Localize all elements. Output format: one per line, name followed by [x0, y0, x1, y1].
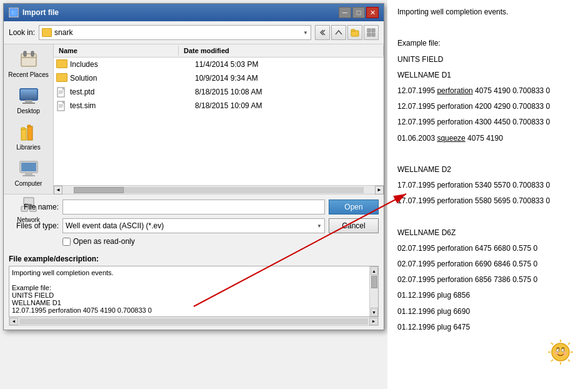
cancel-button[interactable]: Cancel — [329, 218, 379, 233]
svg-rect-15 — [22, 103, 35, 104]
svg-text:↑: ↑ — [11, 10, 14, 16]
file-date-testsim: 8/18/2015 10:09 AM — [195, 101, 381, 110]
file-row-includes[interactable]: Includes 11/4/2014 5:03 PM — [54, 58, 384, 71]
svg-line-42 — [551, 343, 553, 345]
place-recent[interactable]: Recent Places — [6, 47, 51, 82]
desc-hscrollbar[interactable]: ◄ ► — [9, 317, 379, 326]
svg-rect-9 — [24, 51, 26, 56]
svg-line-44 — [568, 343, 570, 345]
svg-rect-10 — [31, 51, 34, 56]
scroll-thumb-vert[interactable] — [371, 276, 377, 288]
hscroll-left-btn[interactable]: ◄ — [9, 318, 18, 325]
filename-row: File name: Open — [9, 200, 379, 215]
hscroll-track[interactable] — [19, 318, 368, 325]
scroll-down-btn[interactable]: ▼ — [371, 308, 378, 316]
horizontal-scrollbar[interactable]: ◄ ► — [54, 185, 384, 194]
desc-vscrollbar[interactable]: ▲ ▼ — [369, 266, 378, 316]
place-libraries[interactable]: Libraries — [6, 119, 51, 154]
svg-rect-32 — [59, 93, 62, 94]
svg-rect-35 — [59, 106, 63, 106]
filetype-label: Files of type: — [9, 221, 59, 230]
scroll-right-btn[interactable]: ► — [375, 186, 384, 194]
svg-rect-31 — [59, 92, 63, 93]
desktop-icon — [19, 86, 39, 106]
col-name-header[interactable]: Name — [54, 46, 179, 56]
ref-line11: 01.12.1996 plug 6690 — [397, 306, 578, 318]
desc-wellname: WELLNAME D1 — [12, 299, 367, 306]
close-button[interactable]: ✕ — [366, 7, 379, 18]
dialog-title: Import file — [22, 8, 59, 17]
ref-blank2 — [397, 148, 578, 160]
readonly-checkbox[interactable] — [62, 238, 71, 246]
svg-rect-34 — [59, 104, 63, 105]
folder-icon-sm — [42, 28, 52, 37]
ref-line10: 01.12.1996 plug 6856 — [397, 290, 578, 301]
toolbar-row: Look in: snark ▼ — [4, 21, 384, 44]
ref-blank3 — [397, 211, 578, 223]
places-bar: Recent Places Desktop — [4, 44, 54, 194]
desc-section-label: File example/description: — [9, 255, 379, 263]
filetype-combo[interactable]: Well event data (ASCII) (*.ev) ▼ — [62, 218, 325, 233]
svg-line-43 — [568, 360, 570, 361]
maximize-button[interactable]: □ — [352, 7, 365, 18]
look-in-dropdown-arrow: ▼ — [303, 30, 308, 36]
ref-wellname-d6z: WELLNAME D6Z — [397, 227, 578, 239]
desktop-label: Desktop — [17, 108, 40, 115]
ref-line9: 02.07.1995 perforation 6856 7386 0.575 0 — [397, 274, 578, 286]
look-in-combo[interactable]: snark ▼ — [39, 25, 311, 40]
file-date-includes: 11/4/2014 5:03 PM — [195, 60, 381, 69]
minimize-button[interactable]: ─ — [339, 7, 351, 18]
svg-point-49 — [563, 350, 564, 351]
file-name-testsim: test.sim — [70, 101, 195, 110]
new-folder-button[interactable] — [347, 25, 362, 40]
svg-rect-6 — [367, 33, 371, 36]
readonly-label[interactable]: Open as read-only — [73, 237, 135, 246]
file-row-solution[interactable]: Solution 10/9/2014 9:34 AM — [54, 71, 384, 85]
file-row-testptd[interactable]: test.ptd 8/18/2015 10:08 AM — [54, 85, 384, 99]
right-panel: Importing well completion events. Exampl… — [387, 0, 588, 389]
col-date-header[interactable]: Date modified — [179, 46, 384, 56]
ref-units: UNITS FIELD — [397, 54, 578, 66]
filetype-dropdown-arrow: ▼ — [317, 223, 322, 229]
ref-blank1 — [397, 22, 578, 34]
svg-rect-4 — [367, 29, 371, 32]
scroll-track[interactable] — [74, 187, 364, 193]
ref-wellname-d1: WELLNAME D1 — [397, 69, 578, 81]
back-button[interactable] — [315, 25, 330, 40]
ref-line7: 02.07.1995 perforation 6475 6680 0.575 0 — [397, 243, 578, 255]
filename-input[interactable] — [62, 200, 325, 215]
svg-rect-14 — [25, 100, 32, 103]
file-row-testsim[interactable]: test.sim 8/18/2015 10:09 AM — [54, 99, 384, 113]
file-list[interactable]: Includes 11/4/2014 5:03 PM Solution 10/9… — [54, 58, 384, 185]
scroll-thumb[interactable] — [74, 187, 124, 193]
open-button[interactable]: Open — [329, 200, 379, 215]
place-computer[interactable]: Computer — [6, 156, 51, 191]
desc-line1: Importing well completion events. — [12, 269, 367, 276]
scroll-up-btn[interactable]: ▲ — [371, 266, 378, 275]
filetype-value: Well event data (ASCII) (*.ev) — [66, 221, 164, 230]
file-icon-testptd — [56, 87, 67, 97]
desc-example-label: Example file: — [12, 284, 367, 291]
hscroll-right-btn[interactable]: ► — [369, 318, 378, 325]
svg-rect-30 — [59, 91, 63, 91]
ref-line6: 17.07.1995 perforation 5580 5695 0.70083… — [397, 195, 578, 207]
file-date-solution: 10/9/2014 9:34 AM — [195, 74, 381, 83]
svg-rect-16 — [21, 129, 26, 140]
file-name-testptd: test.ptd — [70, 88, 195, 96]
svg-rect-5 — [372, 29, 375, 32]
up-button[interactable] — [331, 25, 346, 40]
ref-line5: 17.07.1995 perforation 5340 5570 0.70083… — [397, 179, 578, 191]
libraries-label: Libraries — [16, 144, 40, 151]
filename-label: File name: — [9, 203, 59, 211]
place-desktop[interactable]: Desktop — [6, 83, 51, 118]
view-button[interactable] — [364, 25, 379, 40]
svg-point-48 — [558, 350, 559, 351]
svg-point-50 — [554, 351, 558, 355]
sun-decoration — [546, 337, 576, 376]
svg-rect-22 — [25, 173, 32, 175]
svg-point-51 — [563, 351, 567, 355]
libraries-icon — [19, 123, 39, 143]
svg-rect-23 — [22, 175, 35, 176]
browser-area: Recent Places Desktop — [4, 44, 384, 194]
scroll-left-btn[interactable]: ◄ — [54, 186, 62, 194]
